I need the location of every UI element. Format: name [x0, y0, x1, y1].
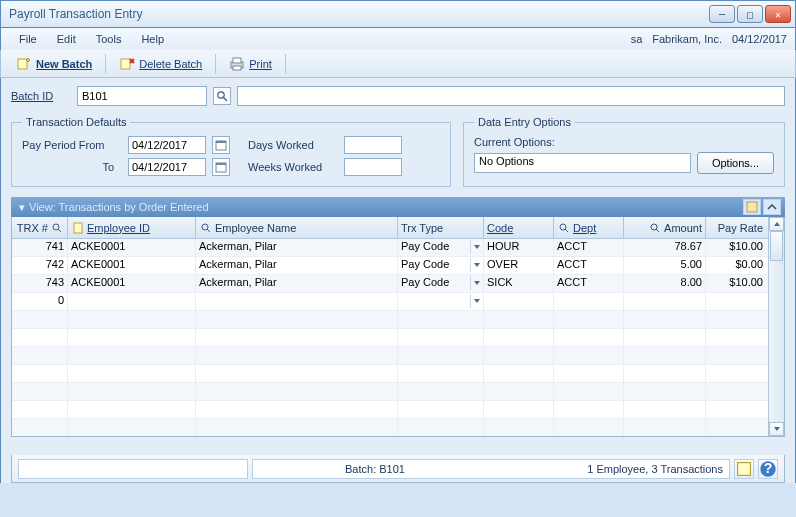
- table-row[interactable]: 741ACKE0001Ackerman, PilarPay CodeHOURAC…: [12, 239, 768, 257]
- col-code[interactable]: Code: [484, 217, 554, 238]
- col-pay-rate[interactable]: Pay Rate: [706, 217, 766, 238]
- lookup-icon[interactable]: [557, 221, 571, 235]
- grid-tool-icon[interactable]: [743, 199, 761, 215]
- transaction-grid: TRX # Employee ID Employee Name Trx Type…: [11, 217, 785, 437]
- cell-code[interactable]: HOUR: [484, 239, 554, 256]
- col-trx[interactable]: TRX #: [12, 217, 68, 238]
- batch-row: Batch ID: [11, 86, 785, 106]
- weeks-worked-input[interactable]: [344, 158, 402, 176]
- session-user: sa: [631, 33, 643, 45]
- col-employee-name[interactable]: Employee Name: [196, 217, 398, 238]
- cell-trx-type[interactable]: Pay Code: [398, 239, 484, 256]
- cell-trx-type[interactable]: Pay Code: [398, 257, 484, 274]
- batch-id-input[interactable]: [77, 86, 207, 106]
- cell-rate[interactable]: $0.00: [706, 257, 766, 274]
- cell-employee-name[interactable]: Ackerman, Pilar: [196, 275, 398, 292]
- cell-employee-name[interactable]: Ackerman, Pilar: [196, 239, 398, 256]
- cell-trx-type[interactable]: Pay Code: [398, 275, 484, 292]
- table-row[interactable]: [12, 383, 768, 401]
- cell-trx[interactable]: 741: [12, 239, 68, 256]
- batch-description-input[interactable]: [237, 86, 785, 106]
- calendar-icon[interactable]: [212, 136, 230, 154]
- table-row[interactable]: [12, 329, 768, 347]
- table-row[interactable]: [12, 401, 768, 419]
- cell-trx-type[interactable]: [398, 293, 484, 310]
- cell-trx[interactable]: 742: [12, 257, 68, 274]
- cell-dept[interactable]: ACCT: [554, 275, 624, 292]
- table-row[interactable]: 0: [12, 293, 768, 311]
- lookup-icon[interactable]: [199, 221, 213, 235]
- calendar-icon[interactable]: [212, 158, 230, 176]
- col-dept[interactable]: Dept: [554, 217, 624, 238]
- cell-amount[interactable]: 78.67: [624, 239, 706, 256]
- maximize-button[interactable]: □: [737, 5, 763, 23]
- table-row[interactable]: [12, 365, 768, 383]
- chevron-down-icon[interactable]: [470, 276, 482, 290]
- scroll-down-icon[interactable]: [769, 422, 784, 436]
- chevron-down-icon[interactable]: [470, 240, 482, 254]
- cell-trx[interactable]: 743: [12, 275, 68, 292]
- scroll-thumb[interactable]: [770, 231, 783, 261]
- cell-rate[interactable]: $10.00: [706, 275, 766, 292]
- cell-amount[interactable]: 5.00: [624, 257, 706, 274]
- options-button[interactable]: Options...: [697, 152, 774, 174]
- cell-dept[interactable]: ACCT: [554, 239, 624, 256]
- pay-period-from-input[interactable]: [128, 136, 206, 154]
- col-employee-id[interactable]: Employee ID: [68, 217, 196, 238]
- cell-code[interactable]: SICK: [484, 275, 554, 292]
- pay-period-to-input[interactable]: [128, 158, 206, 176]
- vertical-scrollbar[interactable]: [768, 217, 784, 436]
- grid-tool-expand-icon[interactable]: [763, 199, 781, 215]
- col-amount[interactable]: Amount: [624, 217, 706, 238]
- cell-amount[interactable]: 8.00: [624, 275, 706, 292]
- delete-batch-button[interactable]: Delete Batch: [110, 53, 211, 75]
- cell-dept[interactable]: [554, 293, 624, 310]
- menu-tools[interactable]: Tools: [86, 31, 132, 47]
- table-row[interactable]: [12, 311, 768, 329]
- cell-rate[interactable]: $10.00: [706, 239, 766, 256]
- table-row[interactable]: 742ACKE0001Ackerman, PilarPay CodeOVERAC…: [12, 257, 768, 275]
- menu-edit[interactable]: Edit: [47, 31, 86, 47]
- svg-line-22: [656, 229, 659, 232]
- cell-employee-name[interactable]: [196, 293, 398, 310]
- table-row[interactable]: [12, 347, 768, 365]
- svg-rect-23: [738, 462, 751, 475]
- batch-id-label: Batch ID: [11, 90, 71, 102]
- cell-employee-name[interactable]: Ackerman, Pilar: [196, 257, 398, 274]
- note-icon[interactable]: [71, 221, 85, 235]
- scroll-up-icon[interactable]: [769, 217, 784, 231]
- cell-employee-id[interactable]: [68, 293, 196, 310]
- close-button[interactable]: ✕: [765, 5, 791, 23]
- print-button[interactable]: Print: [220, 53, 281, 75]
- cell-trx[interactable]: 0: [12, 293, 68, 310]
- svg-rect-13: [747, 202, 757, 212]
- cell-code[interactable]: [484, 293, 554, 310]
- cell-dept[interactable]: ACCT: [554, 257, 624, 274]
- chevron-down-icon[interactable]: [470, 258, 482, 272]
- menu-help[interactable]: Help: [131, 31, 174, 47]
- cell-rate[interactable]: [706, 293, 766, 310]
- chevron-down-icon[interactable]: [470, 294, 482, 308]
- view-caption[interactable]: View: Transactions by Order Entered: [29, 201, 209, 213]
- cell-employee-id[interactable]: ACKE0001: [68, 257, 196, 274]
- view-dropdown-icon[interactable]: ▾: [15, 201, 29, 214]
- cell-employee-id[interactable]: ACKE0001: [68, 239, 196, 256]
- col-trx-type[interactable]: Trx Type: [398, 217, 484, 238]
- lookup-icon[interactable]: [50, 221, 64, 235]
- new-batch-button[interactable]: New Batch: [7, 53, 101, 75]
- menubar: File Edit Tools Help sa Fabrikam, Inc. 0…: [0, 28, 796, 50]
- days-worked-input[interactable]: [344, 136, 402, 154]
- table-row[interactable]: [12, 419, 768, 436]
- lookup-icon[interactable]: [648, 221, 662, 235]
- cell-employee-id[interactable]: ACKE0001: [68, 275, 196, 292]
- minimize-button[interactable]: ─: [709, 5, 735, 23]
- svg-rect-16: [74, 223, 82, 233]
- cell-amount[interactable]: [624, 293, 706, 310]
- grid-body: 741ACKE0001Ackerman, PilarPay CodeHOURAC…: [12, 239, 768, 436]
- batch-id-lookup-button[interactable]: [213, 87, 231, 105]
- cell-code[interactable]: OVER: [484, 257, 554, 274]
- table-row[interactable]: 743ACKE0001Ackerman, PilarPay CodeSICKAC…: [12, 275, 768, 293]
- help-icon[interactable]: ?: [758, 459, 778, 479]
- menu-file[interactable]: File: [9, 31, 47, 47]
- status-note-icon[interactable]: [734, 459, 754, 479]
